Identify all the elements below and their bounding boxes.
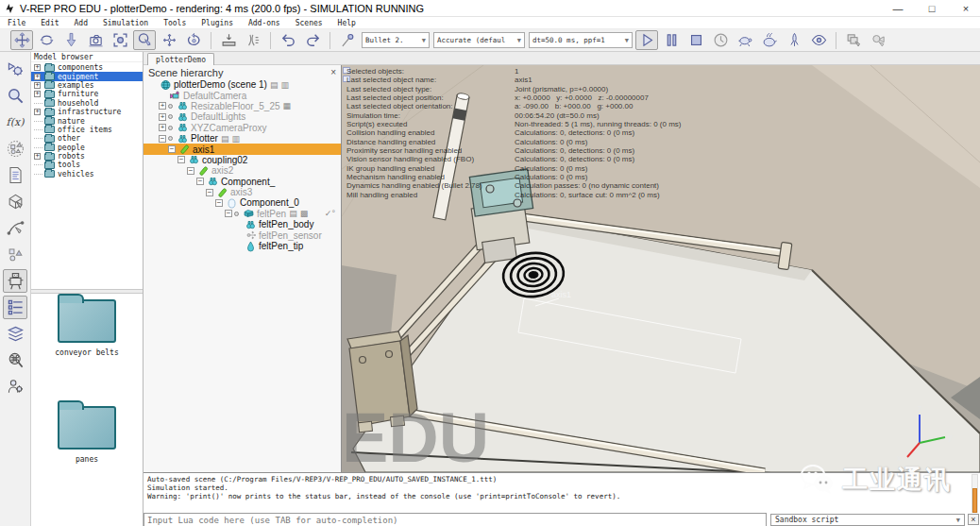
model-folder-conveyor-belts[interactable]: conveyor belts [31, 299, 143, 357]
pop-up-camera-button[interactable] [867, 30, 889, 50]
scene-hierarchy-close-icon[interactable]: × [330, 67, 336, 77]
expand-icon[interactable]: − [168, 145, 176, 153]
menu-add-ons[interactable]: Add-ons [241, 19, 288, 27]
scene-tab[interactable]: plotterDemo [147, 53, 214, 65]
engine-dropdown[interactable]: Bullet 2.▼ [362, 32, 430, 48]
model-browser-toggle-button[interactable] [3, 269, 27, 293]
status-scrollbar-thumb[interactable] [972, 488, 977, 513]
lua-code-input[interactable] [144, 513, 767, 526]
path-edit-mode-button[interactable] [3, 216, 27, 240]
film-badge-icon[interactable]: ▦ [283, 101, 292, 110]
expand-icon[interactable]: − [206, 189, 213, 196]
minimize-button[interactable]: — [891, 3, 904, 14]
calculation-modules-button[interactable]: f(x) [3, 110, 27, 134]
object-shift-button[interactable] [158, 30, 180, 50]
hierarchy-node-coupling02[interactable]: −coupling02 [144, 155, 341, 165]
expand-icon[interactable]: − [215, 199, 223, 207]
page-selector-button[interactable] [842, 30, 865, 50]
script-badge-icon[interactable]: ✓° [325, 209, 335, 218]
scene-object-properties-button[interactable] [3, 84, 27, 108]
script-selector-dropdown[interactable]: Sandbox script ▼ [770, 514, 965, 526]
menu-simulation[interactable]: Simulation [95, 19, 156, 27]
hierarchy-node-Plotter[interactable]: −Plotter▤▥ [144, 133, 341, 144]
model-browser-item-nature[interactable]: nature [31, 116, 143, 125]
maximize-button[interactable]: □ [925, 3, 938, 14]
visibility-toggle-icon[interactable] [168, 126, 173, 130]
shape-edit-mode-button[interactable] [3, 190, 27, 213]
geometry-tools-button[interactable] [3, 243, 27, 266]
object-rotate-button[interactable] [182, 30, 205, 50]
expand-icon[interactable]: + [34, 74, 41, 80]
real-time-mode-button[interactable] [709, 30, 732, 50]
transfer-dna-button[interactable] [242, 30, 264, 50]
3d-viewport[interactable]: axis1 EDU z y x Selected objects:1Last s… [342, 65, 980, 472]
slow-down-button[interactable] [734, 30, 756, 50]
model-browser-item-people[interactable]: people [31, 144, 143, 152]
model-browser-item-furniture[interactable]: +furniture [31, 90, 143, 98]
hierarchy-node-feltPen[interactable]: −feltPen▤▩✓° [144, 209, 341, 219]
menu-help[interactable]: Help [330, 19, 363, 27]
hierarchy-node-plotterDemo-scene-1-[interactable]: plotterDemo (scene 1)▤▥ [144, 79, 341, 90]
model-folder-panes[interactable]: panes [31, 406, 143, 464]
undo-button[interactable] [277, 30, 299, 50]
stop-simulation-button[interactable] [684, 30, 707, 50]
threaded-rendering-button[interactable] [783, 30, 805, 50]
hierarchy-node-feltPen_sensor[interactable]: feltPen_sensor [144, 229, 341, 240]
expand-icon[interactable]: − [187, 167, 194, 175]
status-scrollbar[interactable] [972, 474, 978, 513]
menu-tools[interactable]: Tools [156, 19, 194, 27]
model-browser-item-infrastructure[interactable]: +infrastructure [31, 108, 143, 116]
grid-badge-icon[interactable]: ▩ [300, 209, 309, 218]
model-browser-item-components[interactable]: +components [31, 63, 143, 72]
collections-button[interactable] [3, 137, 27, 161]
model-browser-item-household[interactable]: household [31, 99, 143, 108]
model-browser-splitter[interactable] [31, 289, 143, 294]
pause-simulation-button[interactable] [660, 30, 683, 50]
simulation-settings-button[interactable] [3, 58, 27, 81]
expand-icon[interactable]: + [34, 64, 41, 71]
menu-add[interactable]: Add [67, 19, 95, 27]
redo-button[interactable] [301, 30, 324, 50]
expand-icon[interactable]: + [159, 113, 166, 121]
start-simulation-button[interactable] [635, 30, 658, 50]
hierarchy-node-XYZCameraProxy[interactable]: +XYZCameraProxy [144, 123, 341, 133]
expand-icon[interactable]: + [34, 82, 41, 89]
dynamic-content-probe-button[interactable] [336, 30, 359, 50]
expand-icon[interactable]: + [34, 109, 41, 115]
camera-rotate-button[interactable] [35, 30, 58, 50]
expand-icon[interactable]: − [196, 178, 204, 185]
model-browser-item-robots[interactable]: +robots [31, 152, 143, 161]
user-settings-button[interactable] [3, 375, 27, 399]
scene-hierarchy-toggle-button[interactable] [3, 296, 27, 319]
camera-angle-button[interactable] [84, 30, 107, 50]
menu-file[interactable]: File [0, 19, 33, 27]
timestep-dropdown[interactable]: dt=50.0 ms, ppf=1▼ [529, 32, 633, 48]
hierarchy-node-axis3[interactable]: −axis3 [144, 187, 341, 197]
props-badge-icon[interactable]: ▤ [270, 80, 279, 90]
visibility-toggle-icon[interactable] [168, 104, 173, 109]
camera-zoom-button[interactable] [59, 30, 82, 50]
hierarchy-node-ResizableFloor_5_25[interactable]: +ResizableFloor_5_25▦ [144, 101, 341, 111]
accuracy-dropdown[interactable]: Accurate (defaul▼ [433, 32, 525, 48]
model-browser-item-vehicles[interactable]: vehicles [31, 170, 143, 178]
hierarchy-node-DefaultCamera[interactable]: DefaultCamera [144, 90, 341, 100]
object-select-button[interactable] [133, 30, 156, 50]
props-badge-icon[interactable]: ▤ [289, 209, 297, 218]
expand-icon[interactable]: + [159, 124, 166, 131]
expand-icon[interactable]: − [159, 135, 166, 143]
expand-icon[interactable]: − [225, 210, 232, 217]
speed-up-button[interactable] [758, 30, 781, 50]
hierarchy-node-axis2[interactable]: −axis2 [144, 165, 341, 176]
menu-edit[interactable]: Edit [33, 19, 66, 27]
books-badge-icon[interactable]: ▥ [231, 134, 240, 144]
hierarchy-node-DefaultLights[interactable]: +DefaultLights [144, 111, 341, 122]
layers-button[interactable] [3, 322, 27, 346]
hierarchy-node-feltPen_tip[interactable]: feltPen_tip [144, 241, 341, 251]
hierarchy-node-Component_[interactable]: −Component_ [144, 177, 341, 187]
model-browser-item-examples[interactable]: +examples [31, 81, 143, 90]
model-browser-item-equipment[interactable]: +equipment [31, 72, 143, 80]
books-badge-icon[interactable]: ▥ [280, 80, 289, 90]
fit-to-view-button[interactable] [109, 30, 131, 50]
scripts-button[interactable] [3, 163, 27, 187]
model-browser-item-office-items[interactable]: office items [31, 126, 143, 134]
